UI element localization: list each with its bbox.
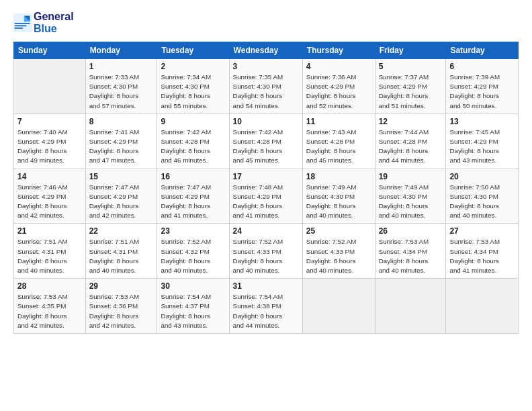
calendar-cell: 23Sunrise: 7:52 AM Sunset: 4:32 PM Dayli… (157, 224, 229, 279)
day-info: Sunrise: 7:51 AM Sunset: 4:31 PM Dayligh… (89, 237, 154, 275)
calendar-cell: 22Sunrise: 7:51 AM Sunset: 4:31 PM Dayli… (85, 224, 157, 279)
day-info: Sunrise: 7:49 AM Sunset: 4:30 PM Dayligh… (306, 183, 371, 221)
calendar-cell: 5Sunrise: 7:37 AM Sunset: 4:29 PM Daylig… (375, 59, 446, 114)
day-info: Sunrise: 7:53 AM Sunset: 4:35 PM Dayligh… (17, 292, 82, 330)
calendar-cell: 15Sunrise: 7:47 AM Sunset: 4:29 PM Dayli… (85, 169, 157, 224)
calendar-cell: 18Sunrise: 7:49 AM Sunset: 4:30 PM Dayli… (302, 169, 375, 224)
day-info: Sunrise: 7:42 AM Sunset: 4:28 PM Dayligh… (161, 128, 225, 166)
day-number: 24 (233, 226, 299, 236)
weekday-header-saturday: Saturday (446, 42, 519, 59)
day-info: Sunrise: 7:45 AM Sunset: 4:29 PM Dayligh… (449, 128, 515, 166)
day-info: Sunrise: 7:48 AM Sunset: 4:29 PM Dayligh… (233, 183, 299, 221)
calendar-week-row: 1Sunrise: 7:33 AM Sunset: 4:30 PM Daylig… (14, 59, 519, 114)
day-number: 26 (379, 226, 443, 236)
day-info: Sunrise: 7:40 AM Sunset: 4:29 PM Dayligh… (17, 128, 82, 166)
logo-icon (13, 13, 32, 32)
calendar-cell: 1Sunrise: 7:33 AM Sunset: 4:30 PM Daylig… (85, 59, 157, 114)
day-number: 1 (89, 62, 154, 71)
calendar-cell: 6Sunrise: 7:39 AM Sunset: 4:29 PM Daylig… (446, 59, 519, 114)
day-info: Sunrise: 7:53 AM Sunset: 4:34 PM Dayligh… (379, 237, 443, 275)
calendar-cell: 24Sunrise: 7:52 AM Sunset: 4:33 PM Dayli… (229, 224, 302, 279)
day-info: Sunrise: 7:39 AM Sunset: 4:29 PM Dayligh… (449, 73, 515, 111)
day-number: 14 (17, 172, 82, 181)
day-number: 25 (306, 226, 371, 236)
calendar-cell: 21Sunrise: 7:51 AM Sunset: 4:31 PM Dayli… (14, 224, 86, 279)
day-number: 10 (233, 117, 299, 126)
calendar-cell: 17Sunrise: 7:48 AM Sunset: 4:29 PM Dayli… (229, 169, 302, 224)
day-number: 12 (379, 117, 443, 126)
calendar-cell: 30Sunrise: 7:54 AM Sunset: 4:37 PM Dayli… (157, 279, 229, 334)
day-number: 15 (89, 172, 154, 181)
day-info: Sunrise: 7:52 AM Sunset: 4:33 PM Dayligh… (306, 237, 371, 275)
day-number: 30 (161, 281, 225, 291)
logo-text: General Blue (34, 11, 74, 35)
weekday-header-friday: Friday (375, 42, 446, 59)
day-number: 23 (161, 226, 225, 236)
day-number: 2 (161, 62, 225, 71)
day-info: Sunrise: 7:41 AM Sunset: 4:29 PM Dayligh… (89, 128, 154, 166)
calendar-cell: 28Sunrise: 7:53 AM Sunset: 4:35 PM Dayli… (14, 279, 86, 334)
day-number: 19 (379, 172, 443, 181)
day-info: Sunrise: 7:52 AM Sunset: 4:33 PM Dayligh… (233, 237, 299, 275)
day-info: Sunrise: 7:43 AM Sunset: 4:28 PM Dayligh… (306, 128, 371, 166)
day-info: Sunrise: 7:54 AM Sunset: 4:38 PM Dayligh… (233, 292, 299, 330)
day-info: Sunrise: 7:54 AM Sunset: 4:37 PM Dayligh… (161, 292, 225, 330)
day-info: Sunrise: 7:53 AM Sunset: 4:34 PM Dayligh… (449, 237, 515, 275)
calendar-cell: 9Sunrise: 7:42 AM Sunset: 4:28 PM Daylig… (157, 113, 229, 169)
day-number: 16 (161, 172, 225, 181)
weekday-header-sunday: Sunday (14, 42, 86, 59)
day-number: 28 (17, 281, 82, 291)
day-info: Sunrise: 7:51 AM Sunset: 4:31 PM Dayligh… (17, 237, 82, 275)
day-number: 22 (89, 226, 154, 236)
calendar-week-row: 7Sunrise: 7:40 AM Sunset: 4:29 PM Daylig… (14, 113, 519, 169)
page: General Blue SundayMondayTuesdayWednesda… (0, 0, 532, 411)
day-number: 11 (306, 117, 371, 126)
calendar-cell (302, 279, 375, 334)
day-number: 17 (233, 172, 299, 181)
day-info: Sunrise: 7:35 AM Sunset: 4:30 PM Dayligh… (233, 73, 299, 111)
day-info: Sunrise: 7:37 AM Sunset: 4:29 PM Dayligh… (379, 73, 443, 111)
calendar-cell: 27Sunrise: 7:53 AM Sunset: 4:34 PM Dayli… (446, 224, 519, 279)
calendar-cell: 16Sunrise: 7:47 AM Sunset: 4:29 PM Dayli… (157, 169, 229, 224)
calendar-cell: 12Sunrise: 7:44 AM Sunset: 4:28 PM Dayli… (375, 113, 446, 169)
day-info: Sunrise: 7:50 AM Sunset: 4:30 PM Dayligh… (449, 183, 515, 221)
day-number: 4 (306, 62, 371, 71)
svg-rect-3 (15, 23, 30, 24)
calendar-cell: 31Sunrise: 7:54 AM Sunset: 4:38 PM Dayli… (229, 279, 302, 334)
day-number: 3 (233, 62, 299, 71)
day-number: 7 (17, 117, 82, 126)
calendar-cell (446, 279, 519, 334)
day-info: Sunrise: 7:42 AM Sunset: 4:28 PM Dayligh… (233, 128, 299, 166)
logo: General Blue (13, 11, 74, 35)
day-info: Sunrise: 7:47 AM Sunset: 4:29 PM Dayligh… (89, 183, 154, 221)
calendar-cell: 29Sunrise: 7:53 AM Sunset: 4:36 PM Dayli… (85, 279, 157, 334)
calendar-cell: 2Sunrise: 7:34 AM Sunset: 4:30 PM Daylig… (157, 59, 229, 114)
weekday-header-tuesday: Tuesday (157, 42, 229, 59)
weekday-header-wednesday: Wednesday (229, 42, 302, 59)
day-info: Sunrise: 7:34 AM Sunset: 4:30 PM Dayligh… (161, 73, 225, 111)
svg-rect-5 (15, 28, 23, 29)
day-number: 6 (449, 62, 515, 71)
calendar-cell: 19Sunrise: 7:49 AM Sunset: 4:30 PM Dayli… (375, 169, 446, 224)
calendar-cell (375, 279, 446, 334)
day-info: Sunrise: 7:33 AM Sunset: 4:30 PM Dayligh… (89, 73, 154, 111)
calendar-cell: 10Sunrise: 7:42 AM Sunset: 4:28 PM Dayli… (229, 113, 302, 169)
calendar-cell: 11Sunrise: 7:43 AM Sunset: 4:28 PM Dayli… (302, 113, 375, 169)
calendar-cell: 26Sunrise: 7:53 AM Sunset: 4:34 PM Dayli… (375, 224, 446, 279)
calendar-cell: 25Sunrise: 7:52 AM Sunset: 4:33 PM Dayli… (302, 224, 375, 279)
calendar-week-row: 14Sunrise: 7:46 AM Sunset: 4:29 PM Dayli… (14, 169, 519, 224)
day-number: 20 (449, 172, 515, 181)
calendar-cell: 20Sunrise: 7:50 AM Sunset: 4:30 PM Dayli… (446, 169, 519, 224)
day-number: 29 (89, 281, 154, 291)
calendar-cell: 8Sunrise: 7:41 AM Sunset: 4:29 PM Daylig… (85, 113, 157, 169)
header: General Blue (13, 11, 519, 35)
day-number: 9 (161, 117, 225, 126)
day-number: 21 (17, 226, 82, 236)
day-info: Sunrise: 7:44 AM Sunset: 4:28 PM Dayligh… (379, 128, 443, 166)
day-info: Sunrise: 7:52 AM Sunset: 4:32 PM Dayligh… (161, 237, 225, 275)
calendar-week-row: 21Sunrise: 7:51 AM Sunset: 4:31 PM Dayli… (14, 224, 519, 279)
calendar-cell: 4Sunrise: 7:36 AM Sunset: 4:29 PM Daylig… (302, 59, 375, 114)
calendar-week-row: 28Sunrise: 7:53 AM Sunset: 4:35 PM Dayli… (14, 279, 519, 334)
day-number: 31 (233, 281, 299, 291)
weekday-header-monday: Monday (85, 42, 157, 59)
